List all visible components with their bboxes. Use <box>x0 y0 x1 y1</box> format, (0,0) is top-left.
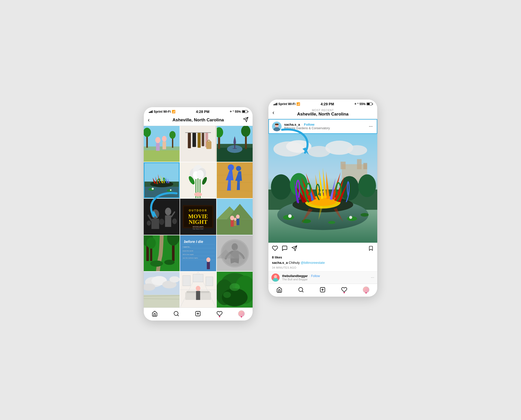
profile-nav-item[interactable] <box>238 310 245 317</box>
svg-rect-132 <box>206 277 213 286</box>
bluetooth-icon: * <box>233 110 234 113</box>
right-profile-nav-item[interactable] <box>363 286 369 293</box>
right-signal-bars <box>273 103 277 105</box>
grid-item-9[interactable] <box>217 199 253 235</box>
left-nav-bar: ‹ Asheville, North Carolina <box>144 115 253 126</box>
svg-point-13 <box>169 131 176 139</box>
comment-location: The Bull and Beggar <box>282 278 371 281</box>
comment-username[interactable]: thebullandbeggar <box>282 274 308 278</box>
comment-button[interactable] <box>282 245 288 253</box>
caption-username[interactable]: sacha.s_a <box>272 261 288 265</box>
svg-point-106 <box>206 257 210 262</box>
post-caption: sacha.s_a Chihuly @biltmoreestate <box>268 260 377 266</box>
post-more-button[interactable]: ··· <box>368 123 374 130</box>
right-search-nav-item[interactable] <box>298 287 304 293</box>
add-icon <box>195 311 201 317</box>
right-bluetooth-icon: * <box>357 103 358 105</box>
svg-line-187 <box>302 291 303 292</box>
right-carrier-label: Sprint Wi-Fi <box>278 102 295 106</box>
right-battery-icon <box>367 103 372 105</box>
status-right: ✈ * 55% <box>230 110 248 113</box>
post-actions-bar <box>268 243 377 255</box>
svg-text:I want to...: I want to... <box>183 246 191 248</box>
grid-item-3[interactable] <box>217 126 253 162</box>
nav-subtitle: MOST RECENT <box>280 109 366 112</box>
comment-more-button[interactable]: ··· <box>371 275 374 280</box>
right-back-button[interactable]: ‹ <box>272 109 280 116</box>
svg-point-84 <box>234 218 236 221</box>
home-icon <box>152 311 158 317</box>
svg-rect-133 <box>193 274 203 282</box>
search-icon <box>173 311 179 317</box>
svg-point-94 <box>164 260 175 265</box>
back-button[interactable]: ‹ <box>148 117 155 123</box>
right-heart-nav-item[interactable] <box>341 287 347 293</box>
svg-point-129 <box>196 286 200 291</box>
svg-rect-160 <box>363 163 367 169</box>
heart-nav-item[interactable] <box>216 311 223 317</box>
caption-mention[interactable]: @biltmoreestate <box>301 261 325 265</box>
battery-icon <box>242 110 248 113</box>
grid-item-13[interactable] <box>144 272 180 308</box>
svg-line-142 <box>177 315 178 316</box>
svg-rect-5 <box>144 150 180 162</box>
location-icon: ✈ <box>230 110 232 113</box>
right-status-right: ✈ * 55% <box>354 102 372 106</box>
carrier-label: Sprint Wi-Fi <box>154 110 171 113</box>
wifi-icon: 📶 <box>172 110 176 113</box>
svg-point-172 <box>288 214 292 218</box>
svg-point-6 <box>155 137 160 143</box>
grid-item-2[interactable] <box>180 126 216 162</box>
caption-text: Chihuly <box>289 261 301 265</box>
bookmark-button[interactable] <box>368 245 374 253</box>
right-page-title: Asheville, North Carolina <box>280 112 366 117</box>
svg-point-82 <box>236 215 239 219</box>
right-notification-dot <box>344 292 345 293</box>
svg-rect-83 <box>236 219 239 225</box>
svg-rect-9 <box>163 141 166 149</box>
svg-text:before I die: before I die <box>184 240 203 244</box>
right-add-nav-item[interactable] <box>320 287 326 293</box>
grid-item-8[interactable]: OUTDOOR MOVIE NIGHT WOODLAWN THE TRUE ST… <box>180 199 216 235</box>
svg-rect-19 <box>202 133 204 146</box>
grid-item-1[interactable] <box>144 126 180 162</box>
svg-rect-158 <box>341 162 346 169</box>
like-button[interactable] <box>272 245 278 253</box>
profile-notification-dot <box>241 316 242 317</box>
left-bottom-nav <box>144 308 253 321</box>
grid-item-11[interactable]: before I die I want to... travel the wor… <box>180 235 216 271</box>
svg-point-140 <box>223 292 231 298</box>
svg-rect-21 <box>206 141 211 149</box>
grid-item-12[interactable] <box>217 235 253 271</box>
svg-text:NIGHT: NIGHT <box>189 219 208 225</box>
grid-item-5[interactable] <box>180 162 216 198</box>
time-label: 4:28 PM <box>196 110 209 114</box>
right-home-nav-item[interactable] <box>276 287 282 293</box>
svg-rect-130 <box>196 291 200 300</box>
right-search-icon <box>298 287 304 293</box>
svg-point-93 <box>150 260 163 267</box>
send-icon[interactable] <box>241 117 249 124</box>
svg-rect-30 <box>234 144 235 148</box>
comment-follow-button[interactable]: Follow <box>311 274 320 278</box>
search-nav-item[interactable] <box>173 311 179 317</box>
svg-point-53 <box>228 164 234 170</box>
add-nav-item[interactable] <box>195 311 201 317</box>
svg-rect-18 <box>198 133 201 148</box>
svg-rect-159 <box>357 159 361 169</box>
svg-point-156 <box>347 145 367 155</box>
grid-item-15[interactable] <box>217 272 253 308</box>
grid-item-14[interactable] <box>180 272 216 308</box>
svg-rect-17 <box>193 133 196 147</box>
svg-text:fall in love again: fall in love again <box>183 253 194 255</box>
right-add-icon <box>320 287 326 293</box>
share-button[interactable] <box>291 245 297 253</box>
svg-point-176 <box>360 213 369 216</box>
home-nav-item[interactable] <box>152 311 158 317</box>
signal-bars <box>149 110 153 113</box>
svg-point-54 <box>236 166 241 171</box>
grid-item-10[interactable] <box>144 235 180 271</box>
svg-point-66 <box>147 221 151 226</box>
svg-text:OUTDOOR: OUTDOOR <box>189 209 208 212</box>
grid-item-6[interactable] <box>217 162 253 198</box>
